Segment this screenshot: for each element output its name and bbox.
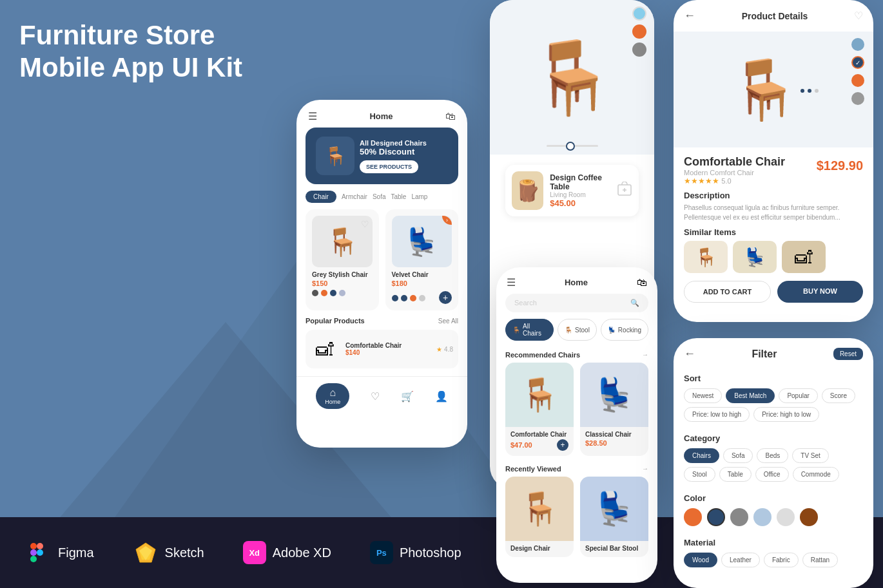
product-image-slider[interactable] — [547, 145, 598, 147]
heart-icon[interactable]: ♡ — [361, 219, 369, 229]
add-to-cart-button[interactable]: ADD TO CART — [684, 281, 771, 303]
search-bar-3[interactable]: Search 🔍 — [505, 294, 648, 312]
see-products-button[interactable]: SEE PRODUCTS — [360, 160, 418, 173]
color-teal[interactable] — [632, 6, 646, 21]
wishlist-icon[interactable]: ♡ — [854, 10, 863, 22]
back-icon[interactable]: ← — [684, 9, 695, 23]
product-card-2[interactable]: 💺 › Velvet Chair $180 + — [385, 209, 459, 310]
color-grey[interactable] — [632, 43, 646, 57]
category-lamp[interactable]: Lamp — [411, 193, 427, 200]
filter-color-white[interactable] — [777, 508, 795, 526]
mat-fabric[interactable]: Fabric — [764, 553, 799, 567]
detail-color-sidebar: ✓ — [851, 38, 864, 105]
mat-rattan[interactable]: Rattan — [802, 553, 838, 567]
category-tags-row2: Stool Table Office Commode — [684, 467, 863, 482]
adobexd-label: Adobe XD — [273, 545, 331, 560]
main-product-image: 🪑 — [528, 36, 616, 119]
category-armchair[interactable]: Armchair — [342, 193, 367, 200]
filter-color-brown[interactable] — [800, 508, 818, 526]
bag-icon-3[interactable]: 🛍 — [637, 277, 647, 289]
recent-card-1[interactable]: 🪑 Design Chair — [505, 477, 574, 557]
popular-item-name: Comfortable Chair — [345, 342, 430, 349]
recommended-card-1[interactable]: 🪑 Comfortable Chair $47.00 + — [505, 363, 574, 456]
popular-item-price: $140 — [345, 349, 430, 356]
sort-popular[interactable]: Popular — [779, 388, 817, 403]
recommended-info-2: Classical Chair $28.50 — [580, 427, 648, 452]
cat-beds[interactable]: Beds — [757, 448, 788, 463]
color-orange[interactable] — [632, 24, 646, 39]
filter-color-navy[interactable] — [707, 508, 725, 526]
nav-home[interactable]: ⌂ Home — [316, 383, 349, 409]
dot-2 — [808, 89, 811, 93]
popular-products-section: Popular Products See All 🛋 Comfortable C… — [296, 310, 467, 372]
color-light[interactable] — [339, 290, 345, 296]
reset-button[interactable]: Reset — [833, 348, 863, 360]
add-btn-1[interactable]: + — [557, 439, 568, 451]
color-blue[interactable] — [330, 290, 336, 296]
add-to-cart-button[interactable]: + — [439, 291, 452, 304]
banner-text: All Designed Chairs 50% Discount SEE PRO… — [360, 139, 448, 173]
cat-tvset[interactable]: TV Set — [792, 448, 829, 463]
color-grey2[interactable] — [419, 295, 425, 301]
add-to-cart-icon[interactable] — [617, 182, 632, 200]
cat-chairs[interactable]: Chairs — [684, 448, 719, 463]
see-all-link[interactable]: See All — [438, 318, 458, 325]
filter-back-icon[interactable]: ← — [684, 347, 695, 361]
buy-now-button[interactable]: BUY NOW — [777, 281, 863, 303]
category-section: Category Chairs Sofa Beds TV Set Stool T… — [674, 430, 873, 486]
hamburger-icon[interactable]: ☰ — [308, 110, 317, 122]
sort-section: Sort Newest Best Match Popular Score Pri… — [674, 370, 873, 426]
sort-newest[interactable]: Newest — [684, 388, 722, 403]
color-dark[interactable] — [312, 290, 318, 296]
phone1-header: ☰ Home 🛍 — [296, 100, 467, 128]
popular-item-1[interactable]: 🛋 Comfortable Chair $140 ★ 4.8 — [306, 330, 458, 368]
cat-stool[interactable]: Stool — [684, 467, 715, 482]
detail-color-blue[interactable] — [851, 38, 864, 51]
coffee-table-card[interactable]: 🪵 Design Coffee Table Living Room $45.00 — [505, 165, 639, 216]
recently-arrow[interactable]: → — [642, 465, 648, 473]
bag-icon[interactable]: 🛍 — [445, 111, 456, 122]
similar-item-3[interactable]: 🛋 — [782, 241, 826, 273]
similar-item-1[interactable]: 🪑 — [684, 241, 728, 273]
category-tags-row1: Chairs Sofa Beds TV Set — [684, 448, 863, 463]
nav-profile[interactable]: 👤 — [435, 390, 448, 403]
sort-score[interactable]: Score — [822, 388, 855, 403]
color-orange[interactable] — [321, 290, 327, 296]
cat-table[interactable]: Table — [719, 467, 752, 482]
detail-color-grey[interactable] — [851, 92, 864, 105]
product-card-1[interactable]: 🪑 ♡ Grey Stylish Chair $150 — [306, 209, 379, 310]
mat-wood[interactable]: Wood — [684, 553, 717, 567]
phone-filter-panel: ← Filter Reset Sort Newest Best Match Po… — [674, 338, 873, 588]
nav-wishlist[interactable]: ♡ — [371, 390, 380, 403]
similar-item-2[interactable]: 💺 — [733, 241, 777, 273]
recommended-card-2[interactable]: 💺 Classical Chair $28.50 — [580, 363, 648, 456]
cat-commode[interactable]: Commode — [793, 467, 839, 482]
filter-all-chairs[interactable]: 🪑 All Chairs — [505, 319, 554, 341]
color-orange2[interactable] — [410, 295, 416, 301]
filter-rocking[interactable]: 💺 Rocking — [601, 319, 648, 341]
mat-leather[interactable]: Leather — [721, 553, 760, 567]
adobexd-tool: Xd Adobe XD — [243, 541, 331, 564]
category-table[interactable]: Table — [391, 193, 407, 200]
hamburger-icon-3[interactable]: ☰ — [507, 276, 516, 289]
sort-best-match[interactable]: Best Match — [726, 388, 775, 403]
nav-cart[interactable]: 🛒 — [401, 390, 414, 403]
detail-color-orange[interactable] — [851, 74, 864, 87]
filter-color-orange[interactable] — [684, 508, 702, 526]
color-navy2[interactable] — [401, 295, 407, 301]
detail-color-navy-selected[interactable]: ✓ — [851, 56, 864, 69]
category-chair[interactable]: Chair — [306, 191, 336, 203]
slider-thumb[interactable] — [566, 142, 575, 151]
filter-color-lightblue[interactable] — [753, 508, 771, 526]
cat-office[interactable]: Office — [755, 467, 789, 482]
cat-sofa[interactable]: Sofa — [723, 448, 753, 463]
recommended-arrow[interactable]: → — [642, 351, 648, 359]
filter-stool[interactable]: 🪑 Stool — [558, 319, 597, 341]
sort-price-high[interactable]: Price: high to low — [753, 407, 819, 422]
recent-card-2[interactable]: 💺 Special Bar Stool — [580, 477, 648, 557]
category-sofa[interactable]: Sofa — [373, 193, 386, 200]
sort-price-low[interactable]: Price: low to high — [684, 407, 750, 422]
filter-color-grey[interactable] — [730, 508, 748, 526]
color-navy[interactable] — [392, 295, 398, 301]
promo-banner[interactable]: 🪑 All Designed Chairs 50% Discount SEE P… — [306, 128, 458, 184]
